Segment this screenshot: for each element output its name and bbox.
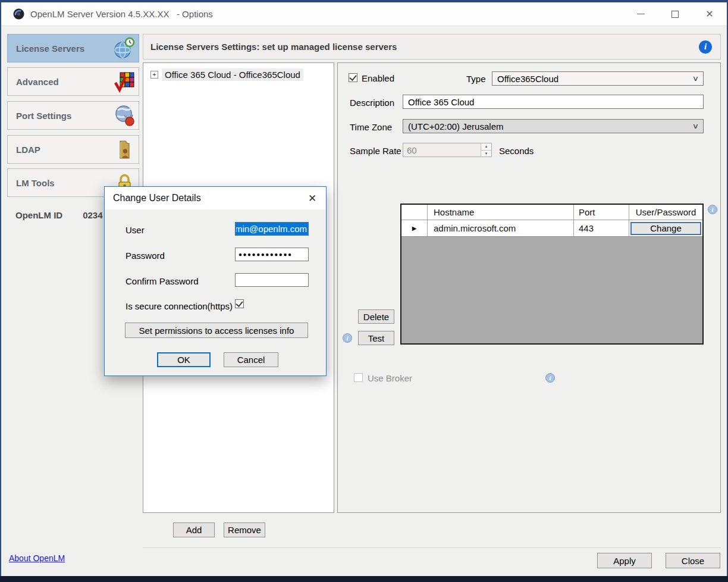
openlm-id-value: 0234 xyxy=(83,210,102,220)
globe-clock-icon xyxy=(113,37,136,60)
sidebar-item-label: License Servers xyxy=(16,43,84,54)
maximize-button[interactable] xyxy=(658,2,692,26)
confirm-password-label: Confirm Password xyxy=(125,276,199,286)
openlm-id-label: OpenLM ID xyxy=(15,210,62,220)
sidebar-item-label: LM Tools xyxy=(16,178,55,188)
type-dropdown[interactable]: Office365Cloud ∨ xyxy=(492,71,704,86)
table-header-row: Hostname Port User/Password xyxy=(401,205,702,220)
sample-rate-label: Sample Rate xyxy=(350,146,401,156)
sidebar-item-advanced[interactable]: Advanced xyxy=(7,67,139,96)
sidebar-item-label: Advanced xyxy=(16,77,59,87)
close-button[interactable]: ✕ xyxy=(692,2,727,26)
test-button[interactable]: Test xyxy=(358,331,394,345)
page-title: License Servers Settings: set up managed… xyxy=(150,42,397,52)
close-icon: ✕ xyxy=(705,8,713,20)
sample-rate-unit: Seconds xyxy=(499,146,534,156)
user-label: User xyxy=(125,225,145,235)
sidebar-item-label: LDAP xyxy=(16,145,40,155)
info-icon[interactable]: i xyxy=(343,333,352,343)
table-row[interactable]: ▶ admin.microsoft.com 443 Change xyxy=(401,220,702,237)
change-button[interactable]: Change xyxy=(630,222,701,235)
header-user-password: User/Password xyxy=(629,205,702,220)
description-input[interactable]: Office 365 Cloud xyxy=(403,95,704,109)
spin-down-icon[interactable]: ▼ xyxy=(481,151,491,157)
minimize-button[interactable] xyxy=(623,2,658,26)
ok-button[interactable]: OK xyxy=(157,352,211,367)
password-label: Password xyxy=(125,251,165,261)
hostname-cell[interactable]: admin.microsoft.com xyxy=(428,220,574,236)
secure-connection-checkbox[interactable] xyxy=(235,299,244,308)
expand-icon[interactable]: + xyxy=(150,71,158,79)
settings-header: License Servers Settings: set up managed… xyxy=(143,34,721,60)
about-openlm-link[interactable]: About OpenLM xyxy=(9,553,65,563)
type-value: Office365Cloud xyxy=(497,74,558,84)
close-dialog-button[interactable]: Close xyxy=(666,553,720,568)
delete-button[interactable]: Delete xyxy=(358,309,394,324)
rubiks-cube-icon xyxy=(113,70,136,93)
header-port: Port xyxy=(574,205,629,220)
info-icon[interactable]: i xyxy=(699,40,712,54)
openlm-id-row: OpenLM ID 0234 xyxy=(15,210,103,220)
header-selector xyxy=(401,205,428,220)
options-window: OpenLM Server Version 4.5.XX.XX - Option… xyxy=(0,0,728,582)
use-broker-label: Use Broker xyxy=(368,373,412,383)
timezone-dropdown[interactable]: (UTC+02:00) Jerusalem ∨ xyxy=(403,119,704,133)
cancel-button[interactable]: Cancel xyxy=(224,352,278,367)
globe-plug-icon xyxy=(113,104,136,127)
timezone-label: Time Zone xyxy=(350,122,392,132)
dialog-close-icon[interactable]: ✕ xyxy=(299,187,326,209)
folder-user-icon xyxy=(113,138,136,161)
sidebar-item-port-settings[interactable]: Port Settings xyxy=(7,101,139,130)
title-bar: OpenLM Server Version 4.5.XX.XX - Option… xyxy=(1,2,727,26)
user-value: admin@openlm.com xyxy=(235,223,307,234)
window-controls: ✕ xyxy=(623,2,727,26)
secure-connection-label: Is secure connection(https) xyxy=(125,301,233,311)
password-value: ●●●●●●●●●●●● xyxy=(236,251,292,258)
maximize-icon xyxy=(671,11,679,18)
content-divider xyxy=(143,547,721,548)
port-cell[interactable]: 443 xyxy=(574,220,629,236)
row-selector-cell: ▶ xyxy=(401,220,428,236)
tree-item-label[interactable]: Office 365 Cloud - Office365Cloud xyxy=(162,68,303,81)
remove-button[interactable]: Remove xyxy=(224,522,265,537)
action-cell: Change xyxy=(629,220,702,236)
server-details-panel: Enabled Type Office365Cloud ∨ Descriptio… xyxy=(337,62,721,513)
info-icon[interactable]: i xyxy=(545,373,555,383)
description-label: Description xyxy=(350,98,394,108)
user-field[interactable]: admin@openlm.com xyxy=(235,222,309,236)
window-title: OpenLM Server Version 4.5.XX.XX - Option… xyxy=(30,9,213,19)
sample-rate-value: 60 xyxy=(403,145,481,155)
dialog-title: Change User Details xyxy=(113,193,201,204)
timezone-value: (UTC+02:00) Jerusalem xyxy=(408,121,503,132)
app-logo-icon xyxy=(13,8,24,20)
minimize-icon xyxy=(637,14,645,14)
spinner-buttons: ▲ ▼ xyxy=(481,143,491,157)
set-permissions-button[interactable]: Set permissions to access licenses info xyxy=(125,323,308,338)
apply-button[interactable]: Apply xyxy=(597,553,652,568)
window-border-left xyxy=(0,0,1,582)
tree-item-office365[interactable]: + Office 365 Cloud - Office365Cloud xyxy=(150,68,303,81)
use-broker-checkbox[interactable] xyxy=(354,373,363,382)
hosts-table: Hostname Port User/Password ▶ admin.micr… xyxy=(400,204,704,345)
change-user-details-dialog: Change User Details ✕ User admin@openlm.… xyxy=(104,186,327,376)
row-pointer-icon: ▶ xyxy=(412,225,417,231)
type-label: Type xyxy=(466,74,486,84)
info-icon[interactable]: i xyxy=(708,205,717,214)
sidebar-item-label: Port Settings xyxy=(16,111,71,121)
dialog-title-bar: Change User Details ✕ xyxy=(105,187,326,209)
enabled-label: Enabled xyxy=(362,73,394,83)
chevron-down-icon: ∨ xyxy=(692,122,699,130)
sidebar-item-license-servers[interactable]: License Servers xyxy=(7,34,139,62)
description-value: Office 365 Cloud xyxy=(408,97,474,107)
add-button[interactable]: Add xyxy=(173,522,215,537)
chevron-down-icon: ∨ xyxy=(692,74,699,83)
confirm-password-field[interactable] xyxy=(235,273,309,287)
sample-rate-stepper[interactable]: 60 ▲ ▼ xyxy=(403,143,492,157)
sidebar-item-ldap[interactable]: LDAP xyxy=(7,135,139,164)
window-border-bottom xyxy=(0,576,728,582)
password-field[interactable]: ●●●●●●●●●●●● xyxy=(235,248,309,261)
enabled-checkbox[interactable] xyxy=(349,73,357,82)
header-hostname: Hostname xyxy=(428,205,574,220)
spin-up-icon[interactable]: ▲ xyxy=(481,143,491,151)
